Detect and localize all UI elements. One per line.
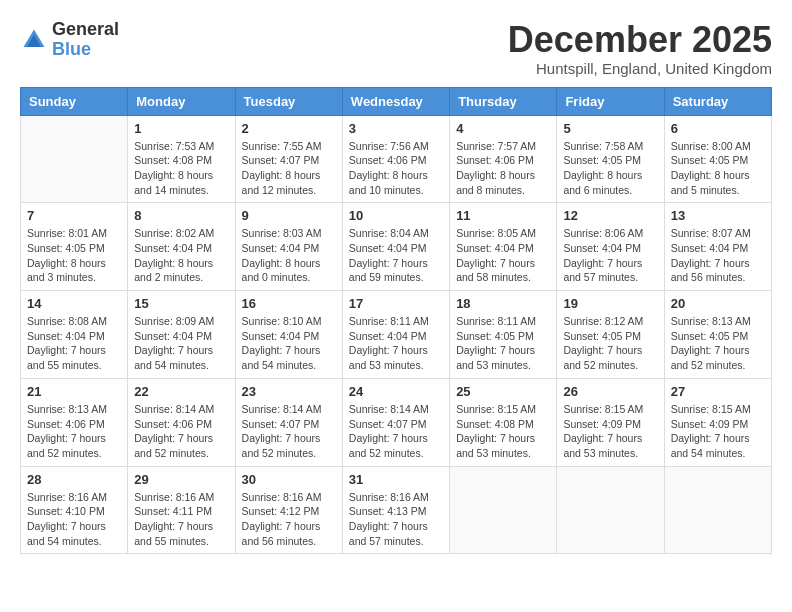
calendar-header-row: SundayMondayTuesdayWednesdayThursdayFrid… (21, 87, 772, 115)
calendar-day-cell: 15Sunrise: 8:09 AMSunset: 4:04 PMDayligh… (128, 291, 235, 379)
day-info: Sunrise: 8:14 AMSunset: 4:07 PMDaylight:… (242, 402, 336, 461)
day-info: Sunrise: 8:16 AMSunset: 4:10 PMDaylight:… (27, 490, 121, 549)
column-header-wednesday: Wednesday (342, 87, 449, 115)
page-header: General Blue December 2025 Huntspill, En… (20, 20, 772, 77)
calendar-day-cell (664, 466, 771, 554)
day-info: Sunrise: 8:08 AMSunset: 4:04 PMDaylight:… (27, 314, 121, 373)
day-number: 30 (242, 472, 336, 487)
calendar-day-cell: 12Sunrise: 8:06 AMSunset: 4:04 PMDayligh… (557, 203, 664, 291)
title-section: December 2025 Huntspill, England, United… (508, 20, 772, 77)
day-info: Sunrise: 8:11 AMSunset: 4:05 PMDaylight:… (456, 314, 550, 373)
day-number: 23 (242, 384, 336, 399)
calendar-day-cell: 21Sunrise: 8:13 AMSunset: 4:06 PMDayligh… (21, 378, 128, 466)
day-number: 3 (349, 121, 443, 136)
column-header-thursday: Thursday (450, 87, 557, 115)
calendar-day-cell: 11Sunrise: 8:05 AMSunset: 4:04 PMDayligh… (450, 203, 557, 291)
calendar-day-cell: 4Sunrise: 7:57 AMSunset: 4:06 PMDaylight… (450, 115, 557, 203)
calendar-day-cell: 13Sunrise: 8:07 AMSunset: 4:04 PMDayligh… (664, 203, 771, 291)
day-number: 10 (349, 208, 443, 223)
calendar-day-cell: 10Sunrise: 8:04 AMSunset: 4:04 PMDayligh… (342, 203, 449, 291)
day-info: Sunrise: 8:09 AMSunset: 4:04 PMDaylight:… (134, 314, 228, 373)
day-number: 1 (134, 121, 228, 136)
calendar-day-cell: 7Sunrise: 8:01 AMSunset: 4:05 PMDaylight… (21, 203, 128, 291)
day-info: Sunrise: 8:15 AMSunset: 4:09 PMDaylight:… (563, 402, 657, 461)
calendar-table: SundayMondayTuesdayWednesdayThursdayFrid… (20, 87, 772, 555)
day-number: 15 (134, 296, 228, 311)
day-info: Sunrise: 7:55 AMSunset: 4:07 PMDaylight:… (242, 139, 336, 198)
day-number: 17 (349, 296, 443, 311)
day-number: 28 (27, 472, 121, 487)
day-info: Sunrise: 8:00 AMSunset: 4:05 PMDaylight:… (671, 139, 765, 198)
day-number: 13 (671, 208, 765, 223)
day-number: 24 (349, 384, 443, 399)
day-number: 22 (134, 384, 228, 399)
calendar-day-cell: 26Sunrise: 8:15 AMSunset: 4:09 PMDayligh… (557, 378, 664, 466)
calendar-day-cell: 3Sunrise: 7:56 AMSunset: 4:06 PMDaylight… (342, 115, 449, 203)
day-number: 7 (27, 208, 121, 223)
day-number: 4 (456, 121, 550, 136)
day-number: 6 (671, 121, 765, 136)
calendar-week-row: 14Sunrise: 8:08 AMSunset: 4:04 PMDayligh… (21, 291, 772, 379)
calendar-day-cell: 20Sunrise: 8:13 AMSunset: 4:05 PMDayligh… (664, 291, 771, 379)
month-title: December 2025 (508, 20, 772, 60)
column-header-tuesday: Tuesday (235, 87, 342, 115)
logo-general-text: General (52, 20, 119, 40)
day-info: Sunrise: 8:12 AMSunset: 4:05 PMDaylight:… (563, 314, 657, 373)
day-info: Sunrise: 8:03 AMSunset: 4:04 PMDaylight:… (242, 226, 336, 285)
day-number: 11 (456, 208, 550, 223)
day-info: Sunrise: 8:13 AMSunset: 4:05 PMDaylight:… (671, 314, 765, 373)
calendar-day-cell: 16Sunrise: 8:10 AMSunset: 4:04 PMDayligh… (235, 291, 342, 379)
day-info: Sunrise: 8:10 AMSunset: 4:04 PMDaylight:… (242, 314, 336, 373)
day-info: Sunrise: 8:11 AMSunset: 4:04 PMDaylight:… (349, 314, 443, 373)
calendar-week-row: 7Sunrise: 8:01 AMSunset: 4:05 PMDaylight… (21, 203, 772, 291)
calendar-day-cell: 23Sunrise: 8:14 AMSunset: 4:07 PMDayligh… (235, 378, 342, 466)
day-info: Sunrise: 8:06 AMSunset: 4:04 PMDaylight:… (563, 226, 657, 285)
calendar-day-cell: 14Sunrise: 8:08 AMSunset: 4:04 PMDayligh… (21, 291, 128, 379)
calendar-day-cell: 9Sunrise: 8:03 AMSunset: 4:04 PMDaylight… (235, 203, 342, 291)
day-info: Sunrise: 8:13 AMSunset: 4:06 PMDaylight:… (27, 402, 121, 461)
column-header-sunday: Sunday (21, 87, 128, 115)
calendar-day-cell: 2Sunrise: 7:55 AMSunset: 4:07 PMDaylight… (235, 115, 342, 203)
location-subtitle: Huntspill, England, United Kingdom (508, 60, 772, 77)
calendar-day-cell: 29Sunrise: 8:16 AMSunset: 4:11 PMDayligh… (128, 466, 235, 554)
calendar-day-cell: 28Sunrise: 8:16 AMSunset: 4:10 PMDayligh… (21, 466, 128, 554)
day-number: 18 (456, 296, 550, 311)
day-number: 26 (563, 384, 657, 399)
day-number: 21 (27, 384, 121, 399)
column-header-friday: Friday (557, 87, 664, 115)
calendar-day-cell: 30Sunrise: 8:16 AMSunset: 4:12 PMDayligh… (235, 466, 342, 554)
calendar-day-cell: 1Sunrise: 7:53 AMSunset: 4:08 PMDaylight… (128, 115, 235, 203)
day-info: Sunrise: 8:01 AMSunset: 4:05 PMDaylight:… (27, 226, 121, 285)
calendar-day-cell: 8Sunrise: 8:02 AMSunset: 4:04 PMDaylight… (128, 203, 235, 291)
day-number: 2 (242, 121, 336, 136)
day-number: 12 (563, 208, 657, 223)
day-info: Sunrise: 8:15 AMSunset: 4:08 PMDaylight:… (456, 402, 550, 461)
day-info: Sunrise: 8:04 AMSunset: 4:04 PMDaylight:… (349, 226, 443, 285)
day-info: Sunrise: 8:02 AMSunset: 4:04 PMDaylight:… (134, 226, 228, 285)
column-header-saturday: Saturday (664, 87, 771, 115)
day-number: 31 (349, 472, 443, 487)
calendar-day-cell: 24Sunrise: 8:14 AMSunset: 4:07 PMDayligh… (342, 378, 449, 466)
day-info: Sunrise: 8:14 AMSunset: 4:06 PMDaylight:… (134, 402, 228, 461)
calendar-day-cell: 19Sunrise: 8:12 AMSunset: 4:05 PMDayligh… (557, 291, 664, 379)
day-number: 29 (134, 472, 228, 487)
day-info: Sunrise: 8:16 AMSunset: 4:12 PMDaylight:… (242, 490, 336, 549)
day-info: Sunrise: 8:07 AMSunset: 4:04 PMDaylight:… (671, 226, 765, 285)
calendar-day-cell: 25Sunrise: 8:15 AMSunset: 4:08 PMDayligh… (450, 378, 557, 466)
day-info: Sunrise: 8:15 AMSunset: 4:09 PMDaylight:… (671, 402, 765, 461)
day-info: Sunrise: 7:57 AMSunset: 4:06 PMDaylight:… (456, 139, 550, 198)
day-info: Sunrise: 8:16 AMSunset: 4:11 PMDaylight:… (134, 490, 228, 549)
logo: General Blue (20, 20, 119, 60)
day-number: 16 (242, 296, 336, 311)
day-info: Sunrise: 8:14 AMSunset: 4:07 PMDaylight:… (349, 402, 443, 461)
calendar-week-row: 21Sunrise: 8:13 AMSunset: 4:06 PMDayligh… (21, 378, 772, 466)
day-number: 27 (671, 384, 765, 399)
logo-blue-text: Blue (52, 40, 119, 60)
calendar-day-cell: 5Sunrise: 7:58 AMSunset: 4:05 PMDaylight… (557, 115, 664, 203)
day-number: 9 (242, 208, 336, 223)
calendar-day-cell (21, 115, 128, 203)
day-info: Sunrise: 7:56 AMSunset: 4:06 PMDaylight:… (349, 139, 443, 198)
day-info: Sunrise: 8:05 AMSunset: 4:04 PMDaylight:… (456, 226, 550, 285)
calendar-day-cell: 17Sunrise: 8:11 AMSunset: 4:04 PMDayligh… (342, 291, 449, 379)
day-number: 8 (134, 208, 228, 223)
